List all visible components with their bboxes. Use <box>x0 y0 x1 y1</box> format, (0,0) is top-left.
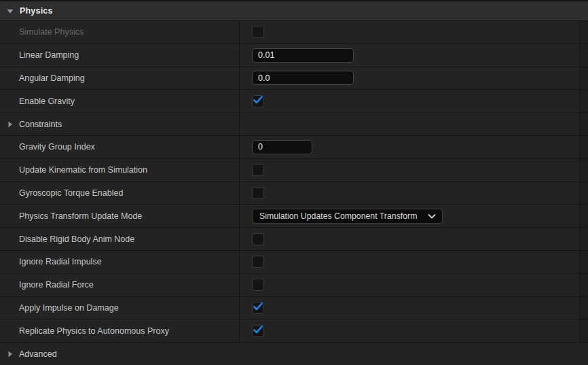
label-cell: Linear Damping <box>0 44 240 67</box>
input-linear-damping[interactable] <box>252 48 354 63</box>
property-label: Disable Rigid Body Anim Node <box>19 234 134 244</box>
triangle-right-icon[interactable] <box>5 351 15 358</box>
row-right-strip <box>580 136 588 158</box>
row-right-strip <box>580 205 588 227</box>
input-gravity-group-index[interactable] <box>252 140 312 154</box>
property-label: Gravity Group Index <box>19 142 95 152</box>
property-label: Enable Gravity <box>19 97 75 106</box>
checkmark-icon <box>253 302 263 313</box>
rows-container: Simulate PhysicsLinear DampingAngular Da… <box>0 20 588 365</box>
dropdown-physics-transform-update-mode[interactable]: Simulation Updates Component Transform <box>252 209 443 224</box>
property-label: Physics Transform Update Mode <box>19 211 142 221</box>
property-label: Linear Damping <box>19 50 79 60</box>
property-label: Simulate Physics <box>19 27 84 37</box>
checkbox-apply-impulse-on-damage[interactable] <box>252 302 264 314</box>
label-cell: Simulate Physics <box>0 21 240 44</box>
value-cell <box>240 44 580 67</box>
value-cell <box>240 159 580 181</box>
label-cell: Update Kinematic from Simulation <box>0 159 240 181</box>
triangle-down-icon[interactable] <box>5 8 15 14</box>
property-row-gyroscopic-torque-enabled: Gyroscopic Torque Enabled <box>0 181 588 205</box>
label-cell: Ignore Radial Force <box>0 274 240 296</box>
category-header-physics[interactable]: Physics <box>0 0 588 20</box>
category-row-label: Constraints <box>19 120 62 129</box>
checkbox-simulate-physics[interactable] <box>252 26 264 38</box>
row-right-strip <box>580 319 588 342</box>
checkmark-icon <box>253 96 263 106</box>
row-right-strip <box>580 113 588 135</box>
property-row-ignore-radial-force: Ignore Radial Force <box>0 273 588 296</box>
property-label: Ignore Radial Force <box>19 280 94 290</box>
label-cell: Constraints <box>0 113 240 135</box>
property-label: Angular Damping <box>19 73 85 83</box>
property-row-disable-rigid-body-anim-node: Disable Rigid Body Anim Node <box>0 227 588 250</box>
row-right-strip <box>580 44 588 67</box>
input-angular-damping[interactable] <box>252 71 354 85</box>
category-row-advanced[interactable]: Advanced <box>0 342 588 365</box>
label-cell: Disable Rigid Body Anim Node <box>0 228 240 250</box>
property-label: Apply Impulse on Damage <box>19 303 119 313</box>
checkbox-enable-gravity[interactable] <box>252 95 264 107</box>
value-cell <box>240 319 580 342</box>
label-cell: Physics Transform Update Mode <box>0 205 240 227</box>
label-cell: Angular Damping <box>0 67 240 90</box>
value-cell <box>240 21 580 44</box>
property-label: Ignore Radial Impulse <box>19 257 102 266</box>
checkbox-disable-rigid-body-anim-node[interactable] <box>252 233 264 245</box>
checkbox-update-kinematic-from-simulation[interactable] <box>252 164 264 176</box>
checkbox-ignore-radial-impulse[interactable] <box>252 256 264 268</box>
row-right-strip <box>580 251 588 273</box>
label-cell: Enable Gravity <box>0 90 240 112</box>
value-cell <box>240 251 580 273</box>
property-row-update-kinematic-from-simulation: Update Kinematic from Simulation <box>0 158 588 181</box>
category-row-label: Advanced <box>19 349 57 359</box>
property-row-ignore-radial-impulse: Ignore Radial Impulse <box>0 250 588 273</box>
row-right-strip <box>580 159 588 181</box>
property-row-angular-damping: Angular Damping <box>0 67 588 90</box>
category-row-constraints[interactable]: Constraints <box>0 112 588 135</box>
checkmark-icon <box>253 326 263 336</box>
label-cell: Gyroscopic Torque Enabled <box>0 182 240 205</box>
property-label: Update Kinematic from Simulation <box>19 165 147 175</box>
label-cell: Replicate Physics to Autonomous Proxy <box>0 319 240 342</box>
value-cell <box>240 90 580 112</box>
category-title: Physics <box>20 6 53 16</box>
row-right-strip <box>580 182 588 205</box>
physics-details-panel: Physics Simulate PhysicsLinear DampingAn… <box>0 0 588 365</box>
value-cell <box>240 297 580 319</box>
property-row-apply-impulse-on-damage: Apply Impulse on Damage <box>0 296 588 319</box>
value-cell <box>240 274 580 296</box>
property-row-simulate-physics: Simulate Physics <box>0 20 588 44</box>
value-cell <box>240 136 580 158</box>
value-cell: Simulation Updates Component Transform <box>240 205 580 227</box>
value-cell <box>240 182 580 205</box>
property-row-linear-damping: Linear Damping <box>0 44 588 67</box>
property-row-replicate-physics-to-autonomous-proxy: Replicate Physics to Autonomous Proxy <box>0 319 588 342</box>
property-row-gravity-group-index: Gravity Group Index <box>0 135 588 158</box>
checkbox-ignore-radial-force[interactable] <box>252 279 264 291</box>
property-row-enable-gravity: Enable Gravity <box>0 89 588 112</box>
row-right-strip <box>580 90 588 112</box>
value-cell <box>240 228 580 250</box>
row-right-strip <box>580 21 588 44</box>
label-cell: Apply Impulse on Damage <box>0 297 240 319</box>
checkbox-gyroscopic-torque-enabled[interactable] <box>252 187 264 199</box>
property-row-physics-transform-update-mode: Physics Transform Update ModeSimulation … <box>0 204 588 227</box>
value-cell <box>240 113 580 135</box>
row-right-strip <box>580 297 588 319</box>
row-right-strip <box>580 228 588 250</box>
label-cell: Gravity Group Index <box>0 136 240 158</box>
chevron-down-icon <box>428 211 436 221</box>
property-label: Gyroscopic Torque Enabled <box>19 188 123 198</box>
property-label: Replicate Physics to Autonomous Proxy <box>19 326 169 336</box>
checkbox-replicate-physics-to-autonomous-proxy[interactable] <box>252 325 264 337</box>
row-right-strip <box>580 274 588 296</box>
row-right-strip <box>580 67 588 90</box>
dropdown-selected-value: Simulation Updates Component Transform <box>259 211 417 221</box>
triangle-right-icon[interactable] <box>5 121 15 128</box>
label-cell: Ignore Radial Impulse <box>0 251 240 273</box>
value-cell <box>240 67 580 90</box>
